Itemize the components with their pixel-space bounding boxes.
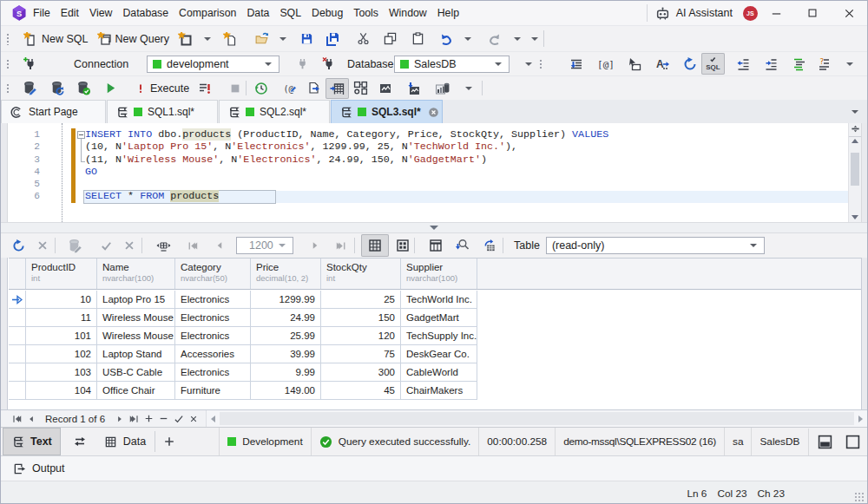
grid-row-1[interactable]: 10Laptop Pro 15Electronics1299.9925TechW…: [9, 291, 477, 309]
append-record-button[interactable]: [141, 411, 156, 427]
save-button[interactable]: [296, 29, 318, 49]
scroll-down-icon[interactable]: [849, 215, 861, 219]
cell-category[interactable]: Furniture: [175, 382, 251, 399]
grid-horizontal-scrollbar[interactable]: [206, 410, 867, 427]
code-line-5[interactable]: [85, 178, 848, 190]
debug-button[interactable]: [100, 78, 122, 98]
undo-dropdown[interactable]: [464, 37, 471, 41]
split-editor-handle[interactable]: [849, 123, 861, 137]
grid-row-4[interactable]: 102Laptop StandAccessories39.9975DeskGea…: [9, 345, 477, 363]
editor-results-splitter[interactable]: [1, 222, 867, 233]
cell-category[interactable]: Electronics: [175, 309, 251, 326]
paste-button[interactable]: [407, 29, 429, 49]
previous-page-button[interactable]: [210, 237, 229, 254]
cell-supplier[interactable]: TechWorld Inc.: [401, 291, 477, 308]
cell-productid[interactable]: 104: [26, 382, 97, 399]
menu-data[interactable]: Data: [247, 3, 269, 23]
code-text[interactable]: INSERT INTO dbo.products (ProductID, Nam…: [85, 128, 848, 203]
search-button[interactable]: [450, 235, 473, 256]
check-database-button[interactable]: [71, 77, 95, 99]
close-button[interactable]: [831, 1, 867, 25]
cell-price[interactable]: 24.99: [251, 309, 321, 326]
grid-row-2[interactable]: 11Wireless MouseElectronics24.99150Gadge…: [9, 309, 477, 327]
refresh-database-button[interactable]: [45, 77, 69, 99]
table-select[interactable]: (read-only): [546, 237, 765, 254]
menu-help[interactable]: Help: [437, 3, 459, 23]
cell-stockqty[interactable]: 45: [321, 382, 401, 399]
cell-productid[interactable]: 11: [26, 309, 97, 326]
tab-text[interactable]: Text: [3, 428, 61, 455]
cancel-edit-button[interactable]: [186, 411, 201, 427]
code-line-1[interactable]: INSERT INTO dbo.products (ProductID, Nam…: [85, 128, 848, 141]
tab-data[interactable]: Data: [95, 428, 155, 455]
database-select[interactable]: SalesDB: [394, 56, 510, 73]
previous-record-button[interactable]: [23, 411, 38, 427]
toolbar-overflow-dropdown[interactable]: [531, 37, 538, 41]
menu-file[interactable]: File: [33, 3, 50, 23]
next-page-button[interactable]: [306, 237, 325, 254]
tab-sql2[interactable]: SQL2.sql*: [219, 100, 330, 123]
row-selector[interactable]: [9, 382, 26, 399]
cell-category[interactable]: Electronics: [175, 363, 251, 381]
menu-debug[interactable]: Debug: [312, 3, 343, 23]
grid-row-6[interactable]: 104Office ChairFurniture149.0045ChairMak…: [9, 382, 477, 400]
user-badge[interactable]: JS: [743, 6, 758, 21]
fold-collapse-icon[interactable]: [77, 131, 85, 139]
cell-productid[interactable]: 10: [26, 291, 97, 308]
layout-button[interactable]: [349, 77, 372, 99]
edit-database-button[interactable]: [17, 77, 41, 99]
grid-row-3[interactable]: 101Wireless MouseElectronics25.99120Tech…: [9, 327, 477, 345]
scroll-right-icon[interactable]: [854, 410, 867, 427]
row-selector[interactable]: [9, 345, 26, 363]
toolbar-grip[interactable]: [538, 58, 545, 69]
cell-name[interactable]: USB-C Cable: [97, 363, 175, 381]
tab-overflow-dropdown[interactable]: [852, 110, 858, 114]
discard-changes-button[interactable]: [119, 236, 140, 255]
last-page-button[interactable]: [332, 237, 352, 255]
menu-comparison[interactable]: Comparison: [179, 3, 236, 23]
row-selector[interactable]: [9, 327, 26, 344]
cell-stockqty[interactable]: 75: [321, 345, 401, 363]
cell-stockqty[interactable]: 300: [321, 363, 401, 381]
format-overflow-dropdown[interactable]: [846, 62, 853, 66]
card-view-button[interactable]: [391, 235, 414, 256]
cancel-results-button[interactable]: [32, 236, 53, 255]
cell-supplier[interactable]: ChairMakers: [401, 382, 477, 399]
last-record-button[interactable]: [127, 411, 141, 427]
validate-sql-button[interactable]: [701, 53, 725, 75]
column-header-price[interactable]: Pricedecimal(10, 2): [251, 259, 321, 289]
connection-select[interactable]: development: [147, 56, 279, 73]
parameters-button[interactable]: [595, 54, 617, 75]
new-connection-button[interactable]: [19, 54, 42, 75]
resize-grip[interactable]: [854, 492, 865, 502]
column-header-stockqty[interactable]: StockQtyint: [321, 259, 401, 289]
execute-script-button[interactable]: [194, 78, 216, 99]
redo-button[interactable]: [483, 29, 506, 49]
go-to-button[interactable]: [478, 236, 501, 256]
cell-price[interactable]: 149.00: [251, 382, 321, 399]
apply-changes-button[interactable]: [95, 236, 117, 256]
edit-data-button[interactable]: [62, 235, 86, 257]
grid-row-5[interactable]: 103USB-C CableElectronics9.99300CableWor…: [9, 363, 477, 382]
collapse-chevron-icon[interactable]: [430, 226, 438, 230]
format-button[interactable]: [788, 54, 811, 75]
cell-price[interactable]: 25.99: [251, 327, 321, 344]
code-line-6[interactable]: SELECT * FROM products: [85, 190, 848, 202]
first-record-button[interactable]: [9, 411, 23, 427]
cell-name[interactable]: Office Chair: [97, 382, 175, 399]
cell-supplier[interactable]: TechSupply Inc.: [401, 327, 477, 344]
tab-start-page[interactable]: Start Page: [1, 100, 106, 123]
cell-stockqty[interactable]: 25: [321, 291, 401, 308]
scrollbar-thumb[interactable]: [220, 412, 854, 425]
open-file-dropdown[interactable]: [279, 37, 286, 41]
menu-view[interactable]: View: [89, 3, 112, 23]
row-selector[interactable]: [9, 363, 26, 381]
execute-settings-button[interactable]: [565, 54, 588, 75]
save-all-button[interactable]: [321, 29, 344, 49]
open-file-button[interactable]: [250, 28, 273, 49]
maximize-button[interactable]: [794, 1, 831, 25]
disconnect-button[interactable]: [318, 54, 340, 75]
toggle-full-pane-button[interactable]: [842, 431, 864, 453]
connect-button[interactable]: [292, 54, 313, 74]
scroll-left-icon[interactable]: [207, 410, 220, 427]
